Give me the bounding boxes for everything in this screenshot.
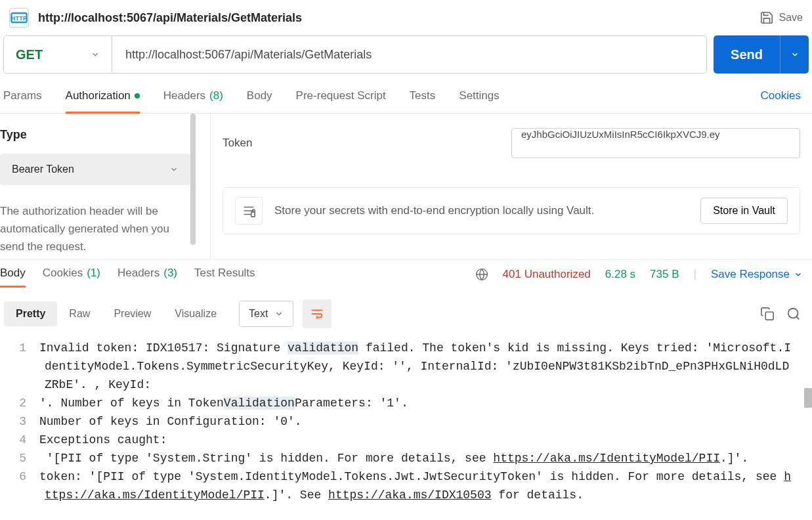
format-select[interactable]: Text bbox=[239, 301, 293, 327]
response-body[interactable]: 1Invalid token: IDX10517: Signature vali… bbox=[0, 339, 812, 504]
method-value: GET bbox=[16, 47, 43, 62]
tab-headers[interactable]: Headers (8) bbox=[163, 89, 223, 113]
tab-prerequest[interactable]: Pre-request Script bbox=[296, 89, 386, 113]
tab-settings[interactable]: Settings bbox=[459, 89, 499, 113]
response-header: Body Cookies (1) Headers (3) Test Result… bbox=[0, 259, 812, 289]
tab-label: Cookies bbox=[761, 89, 801, 102]
resp-tab-cookies[interactable]: Cookies (1) bbox=[43, 267, 100, 282]
status-code: 401 Unauthorized bbox=[503, 268, 591, 281]
chevron-down-icon bbox=[790, 50, 800, 59]
auth-type-value: Bearer Token bbox=[12, 163, 74, 175]
authorization-panel: Type Bearer Token The authorization head… bbox=[0, 114, 812, 259]
save-response-label: Save Response bbox=[711, 268, 790, 281]
tab-label: Body bbox=[247, 89, 272, 102]
resp-tab-body[interactable]: Body bbox=[0, 267, 26, 282]
url-value: http://localhost:5067/api/Materials/GetM… bbox=[125, 48, 372, 62]
tab-count: (3) bbox=[163, 267, 177, 280]
view-toolbar: Pretty Raw Preview Visualize Text bbox=[0, 289, 812, 339]
vault-text: Store your secrets with end-to-end encry… bbox=[274, 204, 700, 217]
token-row: Token eyJhbGciOiJIUzUxMiIsInR5cCI6IkpXVC… bbox=[223, 128, 800, 158]
copy-button[interactable] bbox=[758, 305, 777, 323]
tab-label: Body bbox=[0, 267, 26, 280]
view-preview[interactable]: Preview bbox=[102, 301, 163, 326]
resp-tab-testresults[interactable]: Test Results bbox=[194, 267, 255, 282]
chevron-down-icon bbox=[794, 270, 803, 279]
line-number: 2 bbox=[7, 394, 39, 412]
wrap-icon bbox=[310, 307, 324, 321]
type-label: Type bbox=[0, 128, 190, 142]
vault-banner: Store your secrets with end-to-end encry… bbox=[223, 187, 800, 234]
code-text: token: '[PII of type 'System.IdentityMod… bbox=[39, 467, 812, 504]
line-number: 3 bbox=[7, 412, 39, 431]
view-visualize[interactable]: Visualize bbox=[163, 301, 228, 326]
copy-icon bbox=[760, 307, 775, 321]
svg-rect-0 bbox=[11, 13, 26, 22]
tab-count: (1) bbox=[87, 267, 100, 280]
save-button[interactable]: Save bbox=[759, 11, 803, 25]
http-icon: HTTP bbox=[9, 8, 29, 28]
line-number: 4 bbox=[7, 431, 39, 449]
auth-details-panel: Token eyJhbGciOiJIUzUxMiIsInR5cCI6IkpXVC… bbox=[210, 114, 812, 259]
view-pretty[interactable]: Pretty bbox=[4, 301, 57, 326]
token-label: Token bbox=[223, 137, 511, 150]
tab-label: Test Results bbox=[194, 267, 255, 280]
tab-label: Pre-request Script bbox=[296, 89, 386, 102]
auth-type-select[interactable]: Bearer Token bbox=[0, 154, 190, 185]
line-number: 5 bbox=[7, 449, 39, 467]
chevron-down-icon bbox=[169, 165, 179, 174]
tab-label: Settings bbox=[459, 89, 499, 102]
tab-label: Authorization bbox=[66, 89, 131, 102]
save-icon bbox=[759, 11, 774, 25]
token-input[interactable]: eyJhbGciOiJIUzUxMiIsInR5cCI6IkpXVCJ9.ey bbox=[511, 128, 800, 158]
tab-label: Cookies bbox=[43, 267, 83, 280]
code-text: '[PII of type 'System.String' is hidden.… bbox=[39, 449, 768, 467]
svg-point-5 bbox=[788, 309, 798, 318]
globe-icon[interactable] bbox=[475, 268, 488, 281]
send-group: Send bbox=[714, 35, 809, 74]
tab-label: Tests bbox=[410, 89, 436, 102]
tab-authorization[interactable]: Authorization bbox=[66, 89, 140, 113]
format-value: Text bbox=[249, 308, 268, 320]
search-button[interactable] bbox=[784, 305, 803, 323]
auth-description: The authorization header will be automat… bbox=[0, 202, 190, 256]
resp-tab-headers[interactable]: Headers (3) bbox=[118, 267, 177, 282]
tab-label: Headers bbox=[118, 267, 160, 280]
tab-count: (8) bbox=[209, 89, 223, 102]
tab-cookies[interactable]: Cookies bbox=[761, 89, 801, 113]
svg-rect-2 bbox=[251, 212, 255, 217]
code-text: Exceptions caught: bbox=[39, 431, 186, 449]
scrollbar[interactable] bbox=[190, 114, 196, 245]
search-icon bbox=[786, 307, 801, 321]
url-input[interactable]: http://localhost:5067/api/Materials/GetM… bbox=[112, 35, 707, 74]
send-button[interactable]: Send bbox=[714, 35, 780, 74]
svg-line-6 bbox=[796, 316, 799, 319]
save-response-button[interactable]: Save Response bbox=[711, 268, 803, 281]
scrollbar-thumb[interactable] bbox=[804, 388, 812, 408]
tab-params[interactable]: Params bbox=[3, 89, 42, 113]
request-title: http://localhost:5067/api/Materials/GetM… bbox=[38, 11, 302, 25]
code-text: '. Number of keys in TokenValidationPara… bbox=[39, 394, 435, 412]
method-select[interactable]: GET bbox=[3, 35, 112, 74]
store-vault-button[interactable]: Store in Vault bbox=[700, 198, 788, 224]
svg-text:HTTP: HTTP bbox=[11, 15, 27, 22]
tab-body[interactable]: Body bbox=[247, 89, 272, 113]
wrap-toggle[interactable] bbox=[303, 299, 331, 328]
chevron-down-icon bbox=[91, 50, 100, 59]
svg-rect-4 bbox=[765, 312, 773, 320]
tab-tests[interactable]: Tests bbox=[410, 89, 436, 113]
request-tabs: Params Authorization Headers (8) Body Pr… bbox=[0, 80, 812, 114]
active-dot-icon bbox=[135, 93, 140, 98]
vault-icon bbox=[235, 197, 263, 225]
code-text: Number of keys in Configuration: '0'. bbox=[39, 412, 328, 431]
auth-type-panel: Type Bearer Token The authorization head… bbox=[0, 114, 190, 259]
line-number: 6 bbox=[7, 467, 39, 504]
line-number: 1 bbox=[7, 339, 39, 394]
save-label: Save bbox=[779, 12, 803, 24]
response-size: 735 B bbox=[650, 268, 679, 281]
response-time: 6.28 s bbox=[605, 268, 635, 281]
header-bar: HTTP http://localhost:5067/api/Materials… bbox=[0, 0, 812, 35]
chevron-down-icon bbox=[274, 309, 284, 318]
send-dropdown[interactable] bbox=[780, 35, 809, 74]
view-raw[interactable]: Raw bbox=[57, 301, 102, 326]
request-bar: GET http://localhost:5067/api/Materials/… bbox=[0, 35, 812, 80]
